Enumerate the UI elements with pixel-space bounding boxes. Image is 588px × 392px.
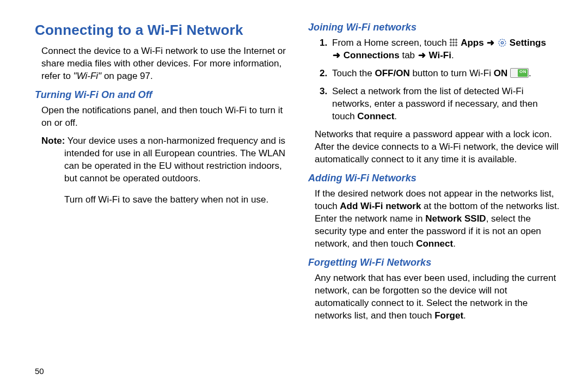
joining-followup: Networks that require a password appear … [315,128,560,166]
svg-point-0 [501,42,504,44]
right-column: Joining Wi-Fi networks From a Home scree… [308,21,560,381]
subheading-turning-wifi: Turning Wi-Fi On and Off [35,88,286,101]
wifi-label: Wi-Fi [429,50,451,60]
arrow-icon: ➜ [486,37,495,50]
step-2: Touch the OFF/ON button to turn Wi-Fi ON… [330,68,560,80]
step2-text-a: Touch the [332,68,375,78]
apps-label: Apps [461,38,484,48]
network-ssid-label: Network SSID [425,213,486,224]
on-label: ON [494,68,508,78]
adding-body: If the desired network does not appear i… [315,188,560,250]
intro-tail: on page 97. [101,71,153,81]
arrow-icon: ➜ [418,50,426,62]
period: . [529,68,531,78]
subheading-adding: Adding Wi-Fi Networks [308,171,560,185]
period: . [451,50,454,60]
note-body-1: Your device uses a non-harmonized freque… [64,136,285,183]
connect-label-2: Connect [416,238,453,249]
step-1-body: From a Home screen, touch Apps ➜ Setting… [332,38,546,60]
step-3: Select a network from the list of detect… [330,85,560,123]
page-number: 50 [35,366,44,377]
step1-text-a: From a Home screen, touch [332,38,449,48]
step-2-body: Touch the OFF/ON button to turn Wi-Fi ON… [332,68,531,78]
section-title: Connecting to a Wi-Fi Network [35,21,286,40]
settings-icon [498,38,507,47]
apps-icon [449,38,458,47]
note-line-1: Note: Your device uses a non-harmonized … [41,135,286,185]
steps-list: From a Home screen, touch Apps ➜ Setting… [316,37,560,123]
step2-text-b: button to turn Wi-Fi [410,68,494,78]
forget-label: Forget [434,310,463,321]
subheading-forgetting: Forgetting Wi-Fi Networks [308,256,560,269]
note-label: Note: [41,136,65,146]
left-column: Connecting to a Wi-Fi Network Connect th… [35,21,286,381]
intro-ref: "Wi-Fi" [74,71,102,81]
turning-wifi-body: Open the notifications panel, and then t… [41,105,286,130]
connections-label: Connections [344,50,400,60]
note-body-2: Turn off Wi-Fi to save the battery when … [64,194,286,206]
switch-on-icon: ON [510,68,529,78]
forgetting-body: Any network that has ever been used, inc… [315,272,560,322]
subheading-joining: Joining Wi-Fi networks [308,21,560,34]
svg-point-1 [499,39,506,46]
arrow-icon: ➜ [332,50,341,62]
switch-on-text: ON [519,69,526,75]
intro-paragraph: Connect the device to a Wi-Fi network to… [41,45,286,83]
period: . [394,111,397,121]
settings-label: Settings [510,38,546,48]
step-1: From a Home screen, touch Apps ➜ Setting… [330,37,560,62]
period: . [453,238,456,249]
connect-label: Connect [357,111,394,121]
manual-page: Connecting to a Wi-Fi Network Connect th… [0,0,588,392]
tab-word: tab [400,50,418,60]
add-wifi-label: Add Wi-Fi network [340,201,421,211]
note-block: Note: Your device uses a non-harmonized … [41,135,286,185]
offon-label: OFF/ON [375,68,409,78]
period: . [463,310,466,321]
step-3-body: Select a network from the list of detect… [332,86,538,121]
